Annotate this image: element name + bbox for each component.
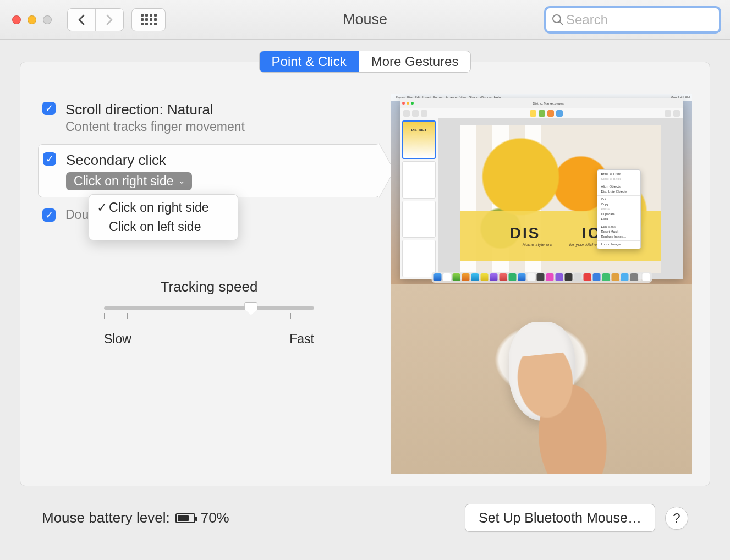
preview-hand: [391, 284, 692, 474]
traffic-lights: [12, 15, 52, 24]
dropdown-selected-label: Click on right side: [74, 174, 174, 189]
menu-item-click-right[interactable]: ✓ Click on right side: [89, 198, 238, 217]
preview-context-menu: Bring to Front Send to Back Align Object…: [597, 169, 641, 249]
menu-item-label: Click on left side: [109, 219, 201, 234]
menu-item-label: Click on right side: [109, 200, 209, 215]
nav-back-forward: [67, 8, 124, 31]
back-button[interactable]: [68, 9, 95, 31]
help-button[interactable]: ?: [665, 507, 688, 530]
battery-label: Mouse battery level:: [42, 509, 170, 526]
settings-left: ✓ Scroll direction: Natural Content trac…: [38, 94, 380, 475]
slider-labels: Slow Fast: [104, 332, 314, 347]
svg-line-1: [560, 22, 563, 25]
tab-point-click[interactable]: Point & Click: [260, 51, 359, 72]
option-title: Secondary click: [66, 151, 192, 170]
slider-ticks: [104, 313, 314, 319]
secondary-click-dropdown[interactable]: Click on right side ⌄: [66, 172, 192, 190]
secondary-click-menu: ✓ Click on right side Click on left side: [89, 194, 238, 240]
grid-icon: [141, 14, 157, 25]
battery-icon: [175, 513, 195, 523]
slider-track: [104, 306, 314, 310]
search-icon: [552, 14, 564, 26]
forward-button[interactable]: [96, 9, 123, 31]
option-scroll-direction[interactable]: ✓ Scroll direction: Natural Content trac…: [38, 94, 380, 141]
svg-point-0: [553, 15, 561, 23]
slider-label-fast: Fast: [289, 332, 314, 347]
setup-bluetooth-mouse-button[interactable]: Set Up Bluetooth Mouse…: [465, 504, 655, 532]
search-field[interactable]: [544, 6, 721, 34]
option-secondary-click[interactable]: ✓ Secondary click Click on right side ⌄: [38, 144, 380, 197]
preview-doc-title: District Market.pages: [533, 102, 563, 105]
minimize-window-button[interactable]: [28, 15, 36, 24]
gesture-preview: Pages File Edit Insert Format Arrange Vi…: [391, 94, 692, 474]
preview-dock: [431, 272, 652, 283]
tracking-speed-block: Tracking speed Slow Fast: [38, 278, 380, 347]
close-window-button[interactable]: [12, 15, 21, 24]
show-all-button[interactable]: [131, 8, 166, 31]
zoom-window-button[interactable]: [43, 15, 52, 24]
menu-item-click-left[interactable]: Click on left side: [89, 217, 238, 237]
hand-icon: [511, 347, 628, 474]
option-title: Scroll direction: Natural: [65, 101, 245, 119]
preview-column: Pages File Edit Insert Format Arrange Vi…: [391, 94, 692, 475]
footer: Mouse battery level: 70% Set Up Bluetoot…: [20, 486, 710, 532]
checkbox-secondary-click[interactable]: ✓: [43, 152, 56, 166]
preview-app-window: District Market.pages: [400, 98, 683, 279]
content: Point & Click More Gestures ✓ Scroll dir…: [0, 40, 730, 543]
battery-percent: 70%: [201, 509, 229, 526]
tracking-speed-label: Tracking speed: [104, 278, 314, 295]
checkbox-scroll-direction[interactable]: ✓: [42, 102, 56, 115]
option-subtitle: Content tracks finger movement: [65, 119, 245, 134]
settings-panel: ✓ Scroll direction: Natural Content trac…: [20, 62, 710, 486]
check-icon: ✓: [97, 200, 109, 215]
chevron-down-icon: ⌄: [178, 176, 185, 186]
search-input[interactable]: [566, 12, 730, 28]
slider-label-slow: Slow: [104, 332, 131, 347]
window-titlebar: Mouse: [0, 0, 730, 40]
preview-screen: Pages File Edit Insert Format Arrange Vi…: [391, 94, 692, 284]
tab-bar: Point & Click More Gestures: [20, 51, 710, 73]
tab-more-gestures[interactable]: More Gestures: [359, 51, 471, 72]
checkbox-smart-zoom[interactable]: ✓: [42, 208, 56, 222]
tracking-speed-slider[interactable]: [104, 303, 314, 321]
